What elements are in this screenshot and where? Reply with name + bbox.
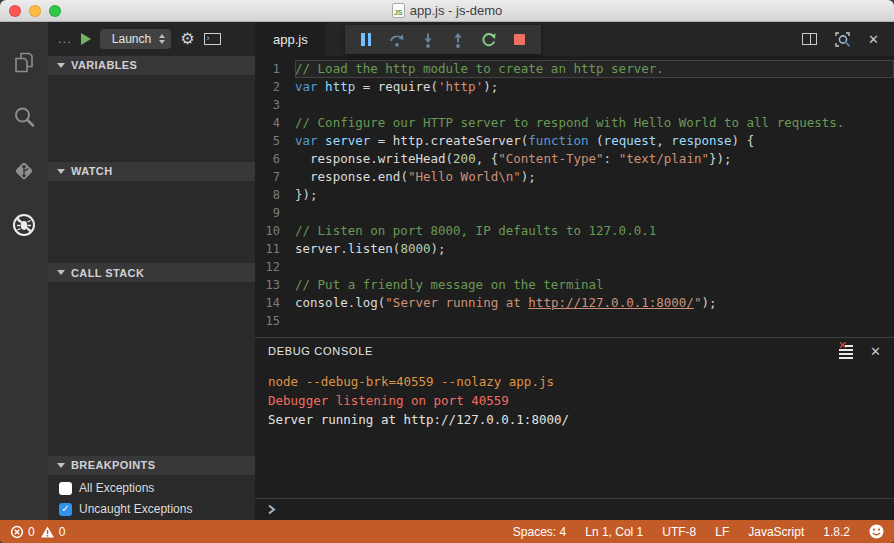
line-number[interactable]: 1 — [255, 60, 295, 78]
step-over-button[interactable] — [386, 29, 408, 51]
line-number[interactable]: 7 — [255, 168, 295, 186]
section-header-callstack[interactable]: CALL STACK — [48, 263, 255, 282]
step-out-button[interactable] — [447, 29, 469, 51]
line-number[interactable]: 14 — [255, 294, 295, 312]
line-content: var http = require('http'); — [295, 78, 894, 96]
code-line[interactable]: 4// Configure our HTTP server to respond… — [255, 114, 894, 132]
section-header-variables[interactable]: VARIABLES — [48, 56, 255, 75]
code-line[interactable]: 10// Listen on port 8000, IP defaults to… — [255, 222, 894, 240]
code-line[interactable]: 8}); — [255, 186, 894, 204]
section-label: WATCH — [71, 165, 113, 177]
code-line[interactable]: 3 — [255, 96, 894, 114]
window-title: app.js - js-demo — [410, 3, 502, 18]
breakpoint-label: Uncaught Exceptions — [79, 502, 192, 516]
step-out-icon — [449, 31, 467, 49]
close-panel-icon[interactable]: ✕ — [870, 344, 881, 359]
error-count: 0 — [28, 525, 35, 539]
line-number[interactable]: 10 — [255, 222, 295, 240]
code-line[interactable]: 6 response.writeHead(200, {"Content-Type… — [255, 150, 894, 168]
search-icon[interactable] — [0, 90, 48, 144]
breakpoint-row[interactable]: ✓Uncaught Exceptions — [48, 499, 255, 520]
line-content: console.log("Server running at http://12… — [295, 294, 894, 312]
code-line[interactable]: 11server.listen(8000); — [255, 240, 894, 258]
pause-button[interactable] — [355, 29, 377, 51]
section-label: BREAKPOINTS — [71, 459, 155, 471]
breakpoint-row[interactable]: All Exceptions — [48, 478, 255, 499]
code-line[interactable]: 12 — [255, 258, 894, 276]
status-item[interactable]: Ln 1, Col 1 — [585, 525, 643, 539]
code-line[interactable]: 13// Put a friendly message on the termi… — [255, 276, 894, 294]
line-content — [295, 96, 894, 114]
console-input[interactable] — [255, 498, 894, 520]
debug-no-bug-icon[interactable] — [0, 198, 48, 252]
code-line[interactable]: 7 response.end("Hello World\n"); — [255, 168, 894, 186]
panel-actions: ✕ ✕ — [839, 344, 881, 359]
restart-button[interactable] — [478, 29, 500, 51]
line-content: // Listen on port 8000, IP defaults to 1… — [295, 222, 894, 240]
line-number[interactable]: 12 — [255, 258, 295, 276]
open-debug-console-icon[interactable]: › — [204, 33, 221, 45]
explorer-files-icon[interactable] — [0, 36, 48, 90]
checkbox-unchecked-icon[interactable] — [59, 482, 72, 495]
line-content — [295, 204, 894, 222]
status-item[interactable]: Spaces: 4 — [513, 525, 566, 539]
line-content: response.end("Hello World\n"); — [295, 168, 894, 186]
line-number[interactable]: 8 — [255, 186, 295, 204]
clear-console-icon[interactable]: ✕ — [839, 345, 854, 358]
line-number[interactable]: 13 — [255, 276, 295, 294]
callstack-body — [48, 282, 255, 456]
code-line[interactable]: 14console.log("Server running at http://… — [255, 294, 894, 312]
line-number[interactable]: 5 — [255, 132, 295, 150]
section-header-breakpoints[interactable]: BREAKPOINTS — [48, 456, 255, 475]
line-number[interactable]: 11 — [255, 240, 295, 258]
activity-bar — [0, 22, 48, 520]
line-number[interactable]: 15 — [255, 312, 295, 330]
watch-body — [48, 181, 255, 264]
zoom-window-button[interactable] — [49, 5, 61, 17]
line-number[interactable]: 9 — [255, 204, 295, 222]
feedback-smiley-icon[interactable] — [869, 524, 884, 539]
step-into-icon — [419, 31, 437, 49]
line-content: // Load the http module to create an htt… — [295, 60, 894, 78]
more-actions-button[interactable]: ... — [58, 31, 72, 46]
line-number[interactable]: 4 — [255, 114, 295, 132]
minimize-window-button[interactable] — [29, 5, 41, 17]
twistie-icon — [57, 270, 65, 275]
code-line[interactable]: 9 — [255, 204, 894, 222]
breakpoint-label: All Exceptions — [79, 481, 154, 495]
warning-count: 0 — [59, 525, 66, 539]
status-item[interactable]: 1.8.2 — [823, 525, 850, 539]
close-window-button[interactable] — [9, 5, 21, 17]
status-item[interactable]: LF — [715, 525, 729, 539]
debug-config-select[interactable]: Launch — [100, 29, 171, 49]
twistie-icon — [57, 63, 65, 68]
section-header-watch[interactable]: WATCH — [48, 162, 255, 181]
stop-button[interactable] — [509, 29, 531, 51]
error-count-group[interactable]: 0 — [10, 525, 35, 539]
status-bar: 0 0 Spaces: 4Ln 1, Col 1UTF-8LFJavaScrip… — [0, 520, 894, 543]
line-content: response.writeHead(200, {"Content-Type":… — [295, 150, 894, 168]
warning-count-group[interactable]: 0 — [40, 525, 66, 539]
select-arrows-icon — [159, 34, 165, 44]
tab-app-js[interactable]: app.js — [255, 22, 326, 56]
debug-toolbar — [345, 25, 541, 54]
preview-search-icon[interactable] — [834, 31, 851, 48]
code-line[interactable]: 5var server = http.createServer(function… — [255, 132, 894, 150]
editor-area: app.js — [255, 22, 894, 520]
step-into-button[interactable] — [417, 29, 439, 51]
breakpoints-body: All Exceptions✓Uncaught Exceptions — [48, 475, 255, 520]
code-line[interactable]: 2var http = require('http'); — [255, 78, 894, 96]
code-line[interactable]: 1// Load the http module to create an ht… — [255, 60, 894, 78]
git-branch-icon[interactable] — [0, 144, 48, 198]
split-editor-icon[interactable] — [802, 33, 817, 45]
status-item[interactable]: UTF-8 — [662, 525, 696, 539]
start-debug-icon[interactable] — [81, 33, 91, 45]
line-number[interactable]: 3 — [255, 96, 295, 114]
configure-gear-icon[interactable]: ⚙ — [180, 31, 194, 47]
line-number[interactable]: 2 — [255, 78, 295, 96]
line-number[interactable]: 6 — [255, 150, 295, 168]
checkbox-checked-icon[interactable]: ✓ — [59, 503, 72, 516]
status-item[interactable]: JavaScript — [748, 525, 804, 539]
close-editor-icon[interactable]: ✕ — [868, 32, 879, 47]
code-line[interactable]: 15 — [255, 312, 894, 330]
